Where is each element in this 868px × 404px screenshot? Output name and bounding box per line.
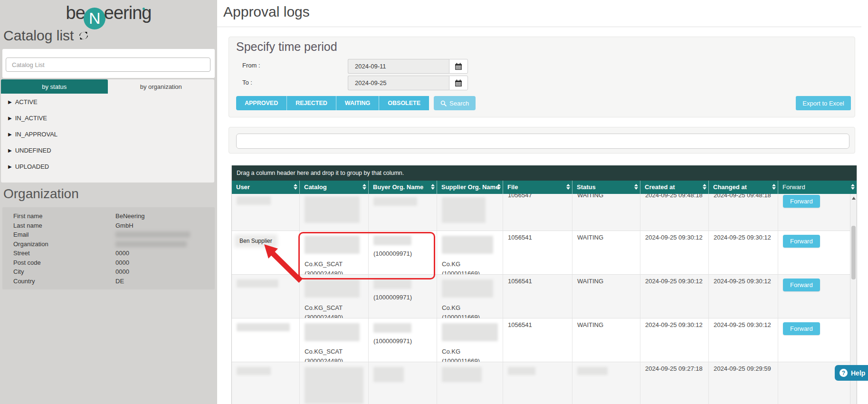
table-row[interactable]: Co.KG_SCAT (3000024480) (1000009971) Co.…	[232, 275, 850, 318]
status-item-label: ACTIVE	[15, 98, 38, 106]
created-at-value: 2024-09-25 09:30:12	[645, 234, 703, 241]
caret-right-icon: ▶	[8, 115, 12, 121]
tab-by-organization[interactable]: by organization	[108, 79, 215, 94]
organization-heading: Organization	[3, 186, 79, 202]
logo-n-circle-icon: N	[84, 8, 105, 29]
redacted-cell-value	[305, 279, 360, 298]
changed-at-value: 2024-09-25 09:48:18	[714, 194, 773, 200]
status-filter-buttons: APPROVED REJECTED WAITING OBSOLETE Searc…	[236, 96, 476, 110]
table-row-ben-supplier[interactable]: Ben Supplier Co.KG_SCAT (3000024480) (10…	[232, 231, 850, 275]
logo-n: N	[89, 9, 100, 28]
forward-button[interactable]: Forward	[783, 279, 820, 291]
forward-button[interactable]: Forward	[783, 195, 820, 208]
buyer-id-value: (1000009971)	[373, 293, 432, 302]
column-header-catalog[interactable]: Catalog	[300, 181, 369, 194]
from-calendar-button[interactable]	[449, 59, 468, 74]
from-date-input[interactable]	[348, 59, 449, 74]
org-row-post-code: Post code0000	[2, 258, 215, 268]
org-field-value: 0000	[115, 268, 129, 275]
status-list: ▶ACTIVE ▶IN_ACTIVE ▶IN_APPROVAL ▶UNDEFIN…	[1, 94, 214, 183]
column-header-user[interactable]: User	[232, 181, 300, 194]
beneering-logo: beNeering	[0, 3, 217, 29]
redacted-cell-value	[373, 197, 417, 206]
org-field-value: BeNeering	[115, 212, 144, 220]
status-item-in-active[interactable]: ▶IN_ACTIVE	[1, 110, 214, 126]
caret-right-icon: ▶	[8, 164, 12, 169]
file-value: 1056541	[508, 278, 532, 285]
status-item-label: UNDEFINED	[15, 147, 51, 154]
column-header-created-at[interactable]: Created at	[640, 181, 709, 194]
approved-filter-button[interactable]: APPROVED	[236, 96, 286, 110]
redacted-cell-value	[237, 323, 290, 331]
org-field-value: 0000	[115, 250, 129, 257]
refresh-icon[interactable]	[78, 30, 89, 41]
approval-logs-table: Drag a column header here and drop it to…	[231, 165, 857, 404]
status-item-uploaded[interactable]: ▶UPLOADED	[1, 158, 214, 174]
scrollbar-thumb[interactable]	[851, 226, 856, 279]
redacted-value	[115, 231, 190, 238]
column-label: File	[507, 183, 518, 191]
redacted-cell-value	[577, 367, 608, 375]
forward-button[interactable]: Forward	[783, 235, 820, 248]
to-date-group	[348, 76, 468, 90]
forward-button[interactable]: Forward	[783, 322, 820, 335]
created-at-value: 2024-09-25 09:30:12	[645, 278, 703, 285]
changed-at-value: 2024-09-25 09:30:12	[714, 321, 771, 328]
catalog-list-title: Catalog list	[3, 28, 74, 44]
status-item-undefined[interactable]: ▶UNDEFINED	[1, 142, 214, 158]
redacted-cell-value	[442, 236, 493, 254]
org-row-country: CountryDE	[2, 277, 215, 286]
to-date-input[interactable]	[348, 76, 449, 90]
supplier-id-value: (1000011669)	[442, 356, 498, 362]
scrollbar-up-icon[interactable]	[852, 197, 856, 200]
time-period-heading: Specify time period	[236, 40, 337, 54]
redacted-cell-value	[442, 323, 498, 341]
user-value: Ben Supplier	[237, 237, 275, 245]
logo-text-suffix: eering	[104, 3, 152, 23]
to-calendar-button[interactable]	[449, 76, 468, 90]
export-to-excel-button[interactable]: Export to Excel	[796, 96, 851, 110]
status-item-active[interactable]: ▶ACTIVE	[1, 94, 214, 110]
catalog-name-value: Co.KG_SCAT	[305, 260, 363, 269]
status-value: WAITING	[577, 234, 603, 241]
column-header-changed-at[interactable]: Changed at	[709, 181, 778, 194]
column-header-file[interactable]: File	[503, 181, 572, 194]
org-field-label: First name	[13, 212, 115, 220]
search-button[interactable]: Search	[434, 96, 476, 110]
changed-at-value: 2024-09-25 09:30:12	[714, 234, 771, 241]
group-drop-zone[interactable]: Drag a column header here and drop it to…	[232, 165, 857, 181]
column-header-forward[interactable]: Forward	[778, 181, 857, 194]
sidebar: beNeering Catalog list by status by orga…	[0, 0, 217, 404]
table-row[interactable]: 1056547 WAITING 2024-09-25 09:48:18 2024…	[232, 194, 850, 231]
to-label: To :	[242, 79, 252, 86]
tab-by-status[interactable]: by status	[1, 79, 108, 94]
table-filter-input[interactable]	[236, 134, 849, 149]
redacted-cell-value	[373, 236, 411, 245]
search-icon	[440, 100, 447, 106]
waiting-filter-button[interactable]: WAITING	[336, 96, 379, 110]
caret-right-icon: ▶	[8, 99, 12, 105]
status-value: WAITING	[577, 321, 603, 328]
table-row[interactable]: Co.KG_SCAT (3000024480) (1000009971) Co.…	[232, 318, 850, 362]
column-header-status[interactable]: Status	[572, 181, 640, 194]
catalog-list-heading: Catalog list	[3, 28, 89, 44]
catalog-name-value: Co.KG_SCAT	[305, 303, 363, 313]
org-field-label: Last name	[13, 222, 115, 229]
status-value: WAITING	[577, 278, 603, 285]
status-item-in-approval[interactable]: ▶IN_APPROVAL	[1, 126, 214, 142]
file-value: 1056547	[508, 194, 567, 200]
column-label: Catalog	[304, 183, 327, 191]
from-date-group	[348, 59, 468, 74]
status-value: WAITING	[577, 194, 635, 200]
column-header-buyer-org[interactable]: Buyer Org. Name	[369, 181, 437, 194]
buyer-id-value: (1000009971)	[373, 249, 432, 259]
column-label: Buyer Org. Name	[373, 183, 423, 191]
catalog-id-value: (3000024480)	[305, 313, 363, 318]
sidebar-tabs: by status by organization	[1, 79, 214, 94]
obsolete-filter-button[interactable]: OBSOLETE	[379, 96, 429, 110]
table-row[interactable]: 2024-09-25 09:27:18 2024-09-25 09:29:59	[232, 362, 850, 404]
column-header-supplier-org[interactable]: Supplier Org. Name	[437, 181, 503, 194]
catalog-search-input[interactable]	[6, 58, 210, 72]
rejected-filter-button[interactable]: REJECTED	[286, 96, 336, 110]
help-button[interactable]: ? Help	[835, 365, 868, 381]
